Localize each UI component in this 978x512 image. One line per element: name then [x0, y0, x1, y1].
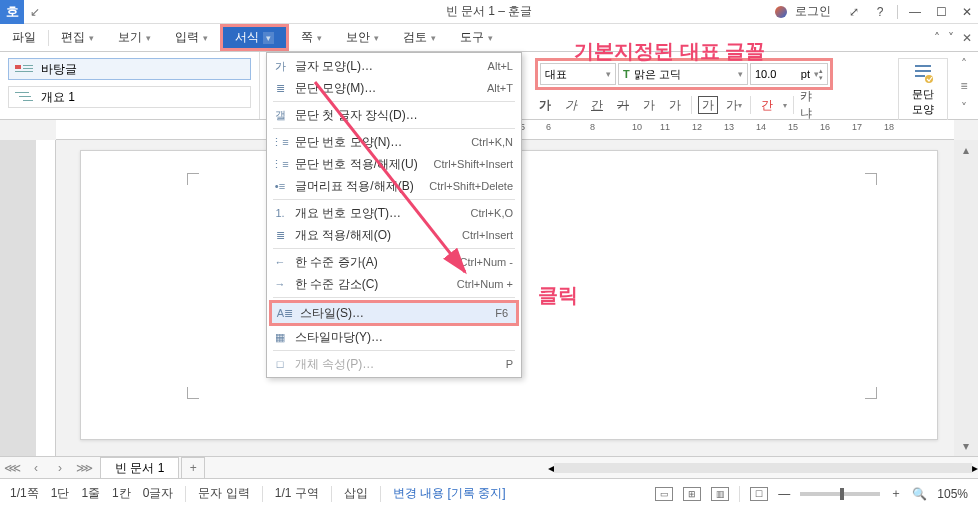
italic-button[interactable]: 가: [561, 96, 581, 114]
menu-view[interactable]: 보기▾: [106, 24, 163, 51]
shadow-button[interactable]: 가: [665, 96, 685, 114]
tab-nav-last[interactable]: ⋙: [72, 461, 96, 475]
close-panel-icon[interactable]: ✕: [962, 31, 972, 45]
menu-review[interactable]: 검토▾: [391, 24, 448, 51]
menu-edit[interactable]: 편집▾: [49, 24, 106, 51]
menu-para-shape[interactable]: ≣문단 모양(M)…Alt+T: [267, 77, 521, 99]
menu-page[interactable]: 쪽▾: [289, 24, 334, 51]
scroll-down-icon[interactable]: ▾: [954, 436, 978, 456]
char-spacing-button[interactable]: 캬냐: [800, 96, 820, 114]
zoom-out-button[interactable]: —: [778, 487, 790, 501]
status-insert[interactable]: 삽입: [344, 485, 368, 502]
font-color-button[interactable]: 간: [757, 96, 777, 114]
toolbar-scroll[interactable]: ˄≡˅: [952, 52, 976, 119]
menu-level-dec[interactable]: →한 수준 감소(C)Ctrl+Num +: [267, 273, 521, 295]
tab-nav-first[interactable]: ⋘: [0, 461, 24, 475]
svg-rect-4: [15, 92, 29, 93]
svg-rect-7: [915, 65, 931, 67]
svg-rect-6: [23, 100, 33, 101]
size-spinner[interactable]: ▴▾: [819, 67, 823, 81]
add-tab-button[interactable]: +: [181, 457, 205, 478]
status-track-changes[interactable]: 변경 내용 [기록 중지]: [393, 485, 506, 502]
vertical-scrollbar[interactable]: ▴ ▾: [954, 140, 978, 456]
font-t-icon: T: [623, 68, 630, 80]
paragraph-shape-button[interactable]: 문단 모양: [898, 58, 948, 122]
maximize-button[interactable]: ☐: [932, 5, 950, 19]
highlight-button[interactable]: 가▾: [724, 96, 744, 114]
restore-down-icon[interactable]: ↙: [30, 5, 40, 19]
font-size-input[interactable]: 10.0 pt ▾ ▴▾: [750, 63, 828, 85]
menu-para-num-toggle[interactable]: ⋮≡문단 번호 적용/해제(U)Ctrl+Shift+Insert: [267, 153, 521, 175]
style-batang[interactable]: 바탕글: [8, 58, 251, 80]
style-outline1[interactable]: 개요 1: [8, 86, 251, 108]
zoom-fit-icon[interactable]: 🔍: [912, 487, 927, 501]
menu-security[interactable]: 보안▾: [334, 24, 391, 51]
outline-icon: [15, 90, 33, 104]
menu-dropcap[interactable]: 갤문단 첫 글자 장식(D)…: [267, 104, 521, 126]
strike-button[interactable]: 가: [613, 96, 633, 114]
annotation-font-label: 기본지정된 대표 글꼴: [574, 38, 765, 65]
menu-char-shape[interactable]: 가글자 모양(L)…Alt+L: [267, 55, 521, 77]
margin-mark: [865, 173, 877, 185]
status-page[interactable]: 1/1쪽: [10, 485, 39, 502]
chevron-up-icon[interactable]: ˄: [934, 31, 940, 45]
view-mode-3[interactable]: ▥: [711, 487, 729, 501]
bold-button[interactable]: 가: [535, 96, 555, 114]
menu-style[interactable]: A≣스타일(S)…F6: [269, 300, 519, 326]
format-dropdown: 가글자 모양(L)…Alt+L ≣문단 모양(M)…Alt+T 갤문단 첫 글자…: [266, 52, 522, 378]
menu-para-num-shape[interactable]: ⋮≡문단 번호 모양(N)…Ctrl+K,N: [267, 131, 521, 153]
help-icon[interactable]: ?: [871, 5, 889, 19]
title-bar: 호 ↙ 빈 문서 1 – 훈글 로그인 ⤢ ? — ☐ ✕: [0, 0, 978, 24]
minimize-button[interactable]: —: [906, 5, 924, 19]
zoom-in-button[interactable]: ＋: [890, 485, 902, 502]
menu-outline-num-shape[interactable]: 1.개요 번호 모양(T)…Ctrl+K,O: [267, 202, 521, 224]
font-rep-select[interactable]: 대표▾: [540, 63, 616, 85]
zoom-level[interactable]: 105%: [937, 487, 968, 501]
status-section: 1/1 구역: [275, 485, 319, 502]
outline-button[interactable]: 가: [639, 96, 659, 114]
underline-button[interactable]: 간: [587, 96, 607, 114]
expand-icon[interactable]: ⤢: [845, 5, 863, 19]
login-link[interactable]: 로그인: [795, 3, 831, 20]
dropcap-icon: 갤: [271, 107, 289, 123]
view-mode-1[interactable]: ▭: [655, 487, 673, 501]
font-name-select[interactable]: T맑은 고딕▾: [618, 63, 748, 85]
margin-mark: [187, 173, 199, 185]
margin-mark: [865, 387, 877, 399]
char-icon: 가: [271, 58, 289, 74]
style-label: 개요 1: [41, 89, 75, 106]
scroll-up-icon[interactable]: ▴: [954, 140, 978, 160]
view-mode-4[interactable]: ☐: [750, 487, 768, 501]
menu-file[interactable]: 파일: [0, 24, 48, 51]
close-button[interactable]: ✕: [958, 5, 976, 19]
menu-bullet-toggle[interactable]: •≡글머리표 적용/해제(B)Ctrl+Shift+Delete: [267, 175, 521, 197]
menu-level-inc[interactable]: ←한 수준 증가(A)Ctrl+Num -: [267, 251, 521, 273]
chevron-down-icon[interactable]: ˅: [948, 31, 954, 45]
menu-format[interactable]: 서식▾: [220, 24, 289, 51]
horizontal-scrollbar[interactable]: ◂▸: [548, 461, 978, 475]
view-mode-2[interactable]: ⊞: [683, 487, 701, 501]
svg-rect-1: [15, 71, 33, 72]
tab-nav-prev[interactable]: ‹: [24, 461, 48, 475]
menu-style-gallery[interactable]: ▦스타일마당(Y)…: [267, 326, 521, 348]
menu-input[interactable]: 입력▾: [163, 24, 220, 51]
svg-rect-2: [23, 65, 33, 66]
vertical-ruler[interactable]: [36, 140, 56, 456]
outlinenum-icon: 1.: [271, 205, 289, 221]
paragraph-icon: [912, 63, 934, 85]
box-button[interactable]: 가: [698, 96, 718, 114]
zoom-slider[interactable]: [800, 492, 880, 496]
page-gutter: [0, 140, 36, 456]
style-icon: [15, 62, 33, 76]
status-bar: 1/1쪽 1단 1줄 1칸 0글자 문자 입력 1/1 구역 삽입 변경 내용 …: [0, 478, 978, 508]
menu-bar: 파일 편집▾ 보기▾ 입력▾ 서식▾ 쪽▾ 보안▾ 검토▾ 도구▾ ˄ ˅ ✕: [0, 24, 978, 52]
doc-tab[interactable]: 빈 문서 1: [100, 457, 179, 478]
tab-nav-next[interactable]: ›: [48, 461, 72, 475]
menu-tools[interactable]: 도구▾: [448, 24, 505, 51]
svg-rect-3: [23, 68, 33, 69]
para-icon: ≣: [271, 80, 289, 96]
status-column: 1단: [51, 485, 70, 502]
menu-outline-toggle[interactable]: ≣개요 적용/해제(O)Ctrl+Insert: [267, 224, 521, 246]
svg-rect-0: [15, 65, 21, 69]
indent-inc-icon: →: [271, 276, 289, 292]
